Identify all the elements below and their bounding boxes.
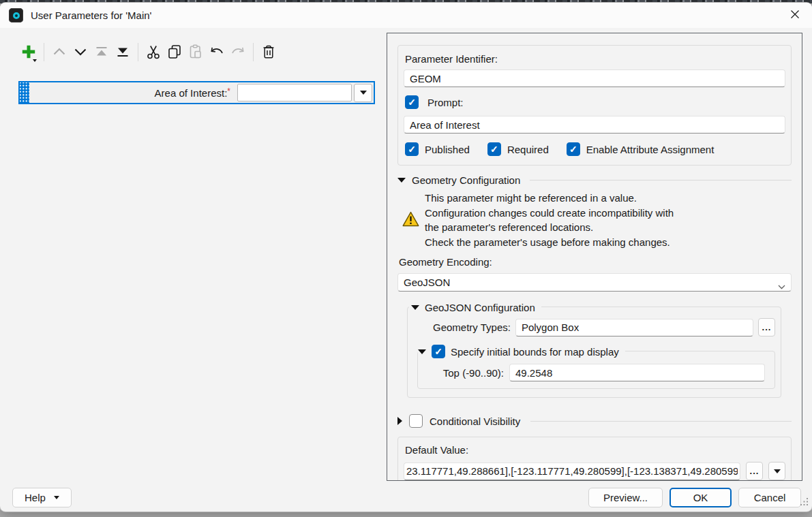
parameter-row-label: Area of Interest:* (29, 87, 233, 99)
default-value-browse-button[interactable]: ... (746, 462, 763, 480)
app-icon (9, 8, 23, 22)
required-asterisk: * (227, 87, 230, 96)
help-dropdown-caret-icon (54, 496, 59, 499)
initial-bounds-legend[interactable]: Specify initial bounds for map display (418, 344, 625, 359)
geometry-configuration-title: Geometry Configuration (412, 174, 520, 186)
warning-line: Check the parameter's usage before makin… (425, 235, 674, 250)
conditional-visibility-checkbox[interactable] (409, 414, 423, 428)
clipboard-paste-icon (187, 44, 204, 60)
dropdown-arrow-icon (774, 469, 781, 473)
delete-button[interactable] (259, 41, 278, 63)
close-button[interactable] (778, 3, 812, 28)
move-to-bottom-button[interactable] (113, 41, 132, 63)
prompt-label: Prompt: (427, 97, 464, 108)
published-checkbox[interactable] (405, 142, 419, 156)
toolbar-separator (138, 43, 138, 61)
initial-bounds-groupbox: Specify initial bounds for map display T… (417, 351, 775, 389)
undo-icon (209, 44, 225, 60)
reference-warning: This parameter might be referenced in a … (400, 191, 792, 249)
copy-button[interactable] (165, 41, 184, 63)
top-bound-label: Top (-90..90): (441, 367, 504, 379)
collapse-expanded-icon (418, 349, 426, 354)
prompt-checkbox[interactable] (405, 95, 419, 109)
conditional-visibility-title: Conditional Visibility (430, 416, 520, 427)
section-divider (530, 180, 792, 181)
geojson-configuration-title: GeoJSON Configuration (425, 302, 535, 313)
chevron-up-icon (51, 44, 67, 60)
warning-line: This parameter might be referenced in a … (425, 191, 674, 206)
collapse-collapsed-icon (397, 417, 402, 425)
add-parameter-button[interactable] (19, 41, 38, 63)
copy-icon (166, 44, 183, 60)
geojson-configuration-legend[interactable]: GeoJSON Configuration (409, 300, 541, 315)
default-value-input[interactable] (404, 463, 740, 480)
move-up-button (50, 41, 69, 63)
section-divider (530, 421, 792, 422)
toolbar-separator (44, 43, 44, 61)
chevron-down-icon (72, 44, 89, 60)
move-to-top-button (92, 41, 111, 63)
help-label: Help (25, 492, 46, 503)
identity-groupbox: Parameter Identifier: Prompt: Published … (397, 45, 792, 166)
parameter-value-input[interactable] (237, 84, 352, 101)
collapse-expanded-icon (397, 178, 406, 183)
move-to-bottom-icon (115, 44, 131, 60)
default-value-groupbox: Default Value: ... (397, 437, 792, 481)
enable-attribute-assignment-checkbox[interactable] (567, 142, 580, 156)
published-label: Published (425, 144, 470, 155)
required-label: Required (507, 144, 549, 155)
prompt-input[interactable] (404, 116, 785, 134)
parameter-identifier-label: Parameter Identifier: (405, 53, 785, 65)
warning-line: Configuration changes could create incom… (425, 206, 674, 221)
geometry-encoding-select[interactable] (397, 273, 792, 292)
cancel-button[interactable]: Cancel (738, 488, 801, 507)
screen: { "window": { "title": "User Parameters … (0, 0, 812, 517)
move-to-top-icon (93, 44, 110, 60)
initial-bounds-checkbox[interactable] (432, 345, 445, 358)
redo-button (228, 41, 247, 63)
parameter-identifier-input[interactable] (404, 69, 785, 87)
geometry-types-input[interactable] (515, 319, 753, 336)
redo-icon (230, 44, 246, 60)
enable-attribute-assignment-label: Enable Attribute Assignment (586, 144, 715, 155)
trash-icon (260, 44, 277, 60)
help-button[interactable]: Help (12, 488, 72, 507)
geometry-types-label: Geometry Types: (433, 322, 511, 333)
parameter-toolbar (19, 41, 278, 63)
add-dropdown-caret-icon (33, 59, 37, 62)
parameter-value-dropdown-button[interactable] (354, 84, 372, 102)
initial-bounds-title: Specify initial bounds for map display (451, 346, 619, 358)
parameter-list-item-area-of-interest[interactable]: Area of Interest:* (18, 81, 375, 104)
default-value-label: Default Value: (405, 444, 785, 456)
resize-grip[interactable] (800, 497, 809, 508)
chevron-down-icon (778, 280, 785, 292)
plus-icon (20, 43, 37, 61)
app-logo-ring (13, 12, 20, 19)
undo-button[interactable] (207, 41, 226, 63)
scissors-icon (145, 44, 162, 60)
conditional-visibility-header[interactable]: Conditional Visibility (397, 414, 792, 428)
required-checkbox[interactable] (487, 142, 501, 156)
paste-button (186, 41, 205, 63)
dropdown-arrow-icon (360, 91, 367, 95)
drag-handle[interactable] (20, 82, 29, 103)
cut-button[interactable] (144, 41, 163, 63)
parameter-editor-panel: Parameter Identifier: Prompt: Published … (387, 33, 802, 481)
collapse-expanded-icon (411, 305, 419, 310)
title-bar: User Parameters for 'Main' (0, 3, 812, 28)
geometry-encoding-value[interactable] (397, 273, 792, 292)
close-icon (790, 10, 800, 21)
warning-line: the parameter's referenced locations. (425, 220, 674, 235)
top-bound-input[interactable] (509, 364, 765, 381)
user-parameters-dialog: User Parameters for 'Main' (0, 3, 812, 512)
geometry-encoding-label: Geometry Encoding: (399, 256, 792, 268)
ok-button[interactable]: OK (670, 488, 732, 507)
geometry-types-browse-button[interactable]: ... (758, 318, 775, 336)
toolbar-separator (253, 43, 254, 61)
move-down-button[interactable] (71, 41, 90, 63)
geojson-configuration-groupbox: GeoJSON Configuration Geometry Types: ..… (407, 307, 781, 398)
preview-button[interactable]: Preview... (588, 488, 663, 507)
geometry-configuration-header[interactable]: Geometry Configuration (397, 174, 792, 186)
warning-icon (402, 211, 419, 229)
default-value-dropdown-button[interactable] (768, 462, 785, 480)
